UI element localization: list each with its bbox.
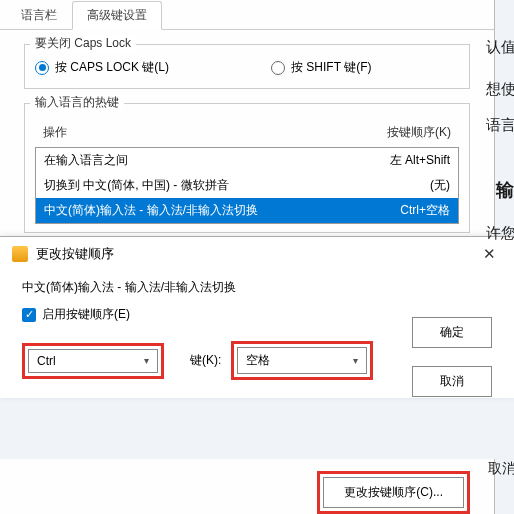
col-action: 操作 bbox=[43, 124, 67, 141]
row-action: 在输入语言之间 bbox=[44, 152, 128, 169]
modifier-dropdown[interactable]: Ctrl ▾ bbox=[28, 349, 158, 373]
hotkeys-group-title: 输入语言的热键 bbox=[30, 94, 124, 111]
key-dropdown[interactable]: 空格 ▾ bbox=[237, 347, 367, 374]
table-row[interactable]: 在输入语言之间 左 Alt+Shift bbox=[36, 148, 458, 173]
capslock-group-title: 要关闭 Caps Lock bbox=[30, 35, 136, 52]
chevron-down-icon: ▾ bbox=[144, 355, 149, 366]
hotkeys-table: 在输入语言之间 左 Alt+Shift 切换到 中文(简体, 中国) - 微软拼… bbox=[35, 147, 459, 224]
bg-text: 想使 bbox=[486, 80, 514, 99]
row-action: 切换到 中文(简体, 中国) - 微软拼音 bbox=[44, 177, 229, 194]
dialog-title: 更改按键顺序 bbox=[36, 245, 114, 263]
row-action: 中文(简体)输入法 - 输入法/非输入法切换 bbox=[44, 202, 258, 219]
checkmark-icon: ✓ bbox=[22, 308, 36, 322]
radio-shift-label: 按 SHIFT 键(F) bbox=[291, 59, 371, 76]
radio-dot-icon bbox=[35, 61, 49, 75]
close-button[interactable]: ✕ bbox=[477, 245, 502, 263]
col-keys: 按键顺序(K) bbox=[387, 124, 451, 141]
change-key-sequence-button[interactable]: 更改按键顺序(C)... bbox=[323, 477, 464, 508]
dropdown-value: Ctrl bbox=[37, 354, 56, 368]
bg-text: 取消 bbox=[488, 460, 514, 478]
radio-dot-icon bbox=[271, 61, 285, 75]
dialog-subtitle: 中文(简体)输入法 - 输入法/非输入法切换 bbox=[22, 279, 492, 296]
table-row-selected[interactable]: 中文(简体)输入法 - 输入法/非输入法切换 Ctrl+空格 bbox=[36, 198, 458, 223]
bg-text: 许您 bbox=[486, 224, 514, 243]
chevron-down-icon: ▾ bbox=[353, 355, 358, 366]
enable-label: 启用按键顺序(E) bbox=[42, 306, 130, 323]
bg-text: 认值 bbox=[486, 38, 514, 57]
row-keys: 左 Alt+Shift bbox=[390, 152, 450, 169]
change-key-sequence-dialog: 更改按键顺序 ✕ 中文(简体)输入法 - 输入法/非输入法切换 ✓ 启用按键顺序… bbox=[0, 236, 514, 398]
radio-shift[interactable]: 按 SHIFT 键(F) bbox=[271, 59, 371, 76]
bg-text: 语言 bbox=[486, 116, 514, 135]
cancel-button[interactable]: 取消 bbox=[412, 366, 492, 397]
bg-text: 输 bbox=[496, 178, 514, 202]
dropdown-value: 空格 bbox=[246, 352, 270, 369]
radio-capslock[interactable]: 按 CAPS LOCK 键(L) bbox=[35, 59, 169, 76]
tab-advanced-key-settings[interactable]: 高级键设置 bbox=[72, 1, 162, 30]
radio-capslock-label: 按 CAPS LOCK 键(L) bbox=[55, 59, 169, 76]
tab-language-bar[interactable]: 语言栏 bbox=[6, 1, 72, 30]
keyboard-icon bbox=[12, 246, 28, 262]
table-row[interactable]: 切换到 中文(简体, 中国) - 微软拼音 (无) bbox=[36, 173, 458, 198]
row-keys: Ctrl+空格 bbox=[400, 202, 450, 219]
key-label: 键(K): bbox=[190, 352, 221, 369]
ok-button[interactable]: 确定 bbox=[412, 317, 492, 348]
row-keys: (无) bbox=[430, 177, 450, 194]
